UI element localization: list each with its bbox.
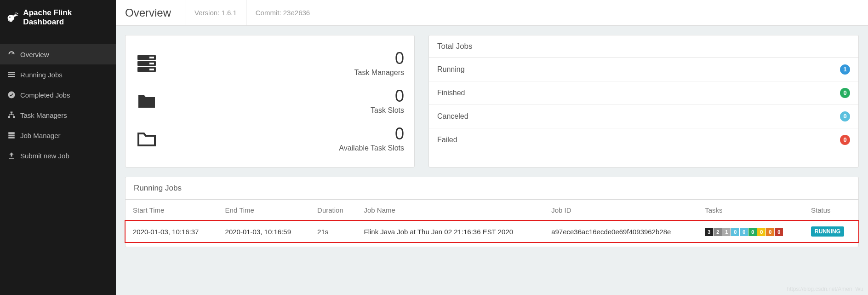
nav-item-completed-jobs[interactable]: Completed Jobs <box>0 85 116 105</box>
job-count-badge: 1 <box>840 64 850 75</box>
total-jobs-panel: Total Jobs Running 1 Finished 0 Canceled… <box>428 35 859 168</box>
job-count-canceled[interactable]: Canceled 0 <box>429 105 858 128</box>
server-icon <box>7 131 16 139</box>
stat-value: 0 <box>339 126 404 142</box>
job-count-failed[interactable]: Failed 0 <box>429 128 858 151</box>
folder-icon <box>136 90 158 112</box>
svg-rect-3 <box>8 74 15 75</box>
stat-label: Available Task Slots <box>339 144 404 152</box>
main: Overview Version: 1.6.1 Commit: 23e2636 … <box>116 0 868 295</box>
svg-rect-4 <box>8 76 15 77</box>
job-count-badge: 0 <box>840 135 850 145</box>
cell-duration: 21s <box>310 221 356 243</box>
svg-rect-15 <box>149 57 154 58</box>
brand: Apache Flink Dashboard <box>0 0 116 35</box>
job-count-finished[interactable]: Finished 0 <box>429 81 858 105</box>
cell-job-id: a97ece36ac16ecde0e69f4093962b28e <box>544 221 697 243</box>
svg-rect-8 <box>13 116 15 118</box>
page-title: Overview <box>125 6 171 19</box>
job-status-label: Failed <box>437 136 457 144</box>
job-status-label: Canceled <box>437 112 468 121</box>
stat-task-slots: 0 Task Slots <box>136 82 404 120</box>
nav-item-job-manager[interactable]: Job Manager <box>0 125 116 145</box>
cell-job-name: Flink Java Job at Thu Jan 02 21:16:36 ES… <box>356 221 544 243</box>
svg-rect-17 <box>149 69 154 70</box>
nav-item-task-managers[interactable]: Task Managers <box>0 105 116 125</box>
col-start-time[interactable]: Start Time <box>126 200 218 221</box>
stat-label: Task Slots <box>371 106 404 115</box>
brand-title: Apache Flink Dashboard <box>23 8 109 27</box>
flink-logo-icon <box>6 11 18 24</box>
stat-available-slots: 0 Available Task Slots <box>136 120 404 158</box>
task-box: 0 <box>748 228 757 236</box>
svg-rect-9 <box>8 132 15 134</box>
sidebar: Apache Flink Dashboard Overview Running … <box>0 0 116 295</box>
job-count-badge: 0 <box>840 111 850 121</box>
task-box: 0 <box>766 228 774 236</box>
svg-point-1 <box>9 17 10 17</box>
col-status[interactable]: Status <box>804 200 858 221</box>
stats-panel: 0 Task Managers 0 Task Slots <box>125 35 415 168</box>
running-jobs-table: Start Time End Time Duration Job Name Jo… <box>126 200 858 242</box>
running-jobs-panel: Running Jobs Start Time End Time Duratio… <box>125 177 859 247</box>
svg-rect-11 <box>8 137 15 139</box>
nav-label: Job Manager <box>20 132 61 139</box>
servers-icon <box>136 52 158 75</box>
nav-item-submit-job[interactable]: Submit new Job <box>0 145 116 166</box>
nav-label: Task Managers <box>20 111 67 119</box>
panel-title: Total Jobs <box>429 35 858 58</box>
job-status-label: Running <box>437 65 465 74</box>
nav-item-overview[interactable]: Overview <box>0 44 116 64</box>
task-box: 0 <box>757 228 765 236</box>
task-box: 0 <box>731 228 739 236</box>
panel-title: Running Jobs <box>126 177 858 200</box>
job-count-badge: 0 <box>840 88 850 98</box>
col-job-name[interactable]: Job Name <box>356 200 544 221</box>
stat-value: 0 <box>371 88 404 104</box>
content: 0 Task Managers 0 Task Slots <box>116 26 868 295</box>
cell-tasks: 3 2 1 0 0 0 0 0 0 <box>697 221 804 243</box>
version-label: Version: 1.6.1 <box>185 0 246 25</box>
nav-label: Submit new Job <box>20 152 69 160</box>
col-end-time[interactable]: End Time <box>218 200 310 221</box>
nav: Overview Running Jobs Completed Jobs Tas… <box>0 44 116 166</box>
task-box: 2 <box>714 228 722 236</box>
task-box: 0 <box>775 228 783 236</box>
stat-value: 0 <box>354 50 405 67</box>
nav-item-running-jobs[interactable]: Running Jobs <box>0 64 116 85</box>
task-box: 1 <box>722 228 731 236</box>
col-tasks[interactable]: Tasks <box>697 200 804 221</box>
cell-status: RUNNING <box>804 221 858 243</box>
svg-point-0 <box>7 15 14 21</box>
task-box: 0 <box>740 228 748 236</box>
cell-end: 2020-01-03, 10:16:59 <box>218 221 310 243</box>
nav-label: Running Jobs <box>20 71 63 79</box>
cell-start: 2020-01-03, 10:16:37 <box>126 221 218 243</box>
status-badge: RUNNING <box>811 226 844 237</box>
topbar: Overview Version: 1.6.1 Commit: 23e2636 <box>116 0 868 26</box>
check-circle-icon <box>7 91 16 99</box>
list-icon <box>7 70 16 79</box>
col-duration[interactable]: Duration <box>310 200 356 221</box>
nav-label: Overview <box>20 51 49 58</box>
task-status-boxes: 3 2 1 0 0 0 0 0 0 <box>705 228 783 236</box>
table-row[interactable]: 2020-01-03, 10:16:37 2020-01-03, 10:16:5… <box>126 221 858 243</box>
commit-label: Commit: 23e2636 <box>246 0 319 25</box>
nav-label: Completed Jobs <box>20 91 70 99</box>
folder-open-icon <box>136 128 158 150</box>
col-job-id[interactable]: Job ID <box>544 200 697 221</box>
upload-icon <box>7 151 16 160</box>
svg-rect-6 <box>11 112 13 114</box>
stat-label: Task Managers <box>354 69 405 77</box>
job-count-running[interactable]: Running 1 <box>429 58 858 81</box>
svg-rect-16 <box>149 63 154 64</box>
sitemap-icon <box>7 111 16 119</box>
svg-rect-7 <box>8 116 11 118</box>
stat-task-managers: 0 Task Managers <box>136 45 404 82</box>
svg-rect-2 <box>8 72 15 73</box>
dashboard-icon <box>7 50 16 58</box>
job-status-label: Finished <box>437 89 465 97</box>
svg-rect-10 <box>8 135 15 137</box>
task-box: 3 <box>705 228 713 236</box>
